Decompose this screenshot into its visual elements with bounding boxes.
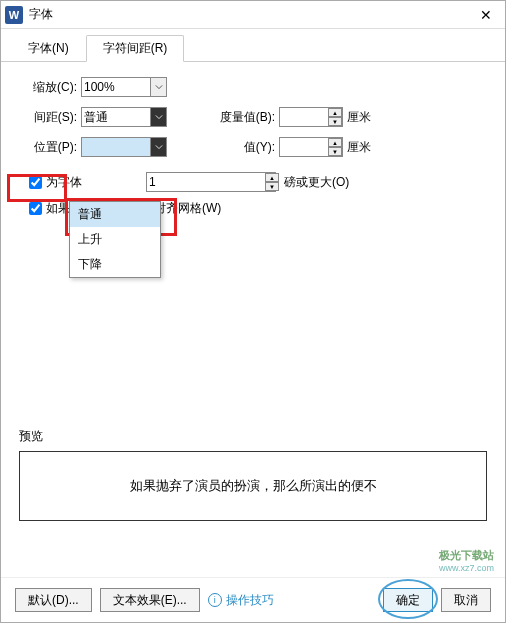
dropdown-option-raise[interactable]: 上升 bbox=[70, 227, 160, 252]
ok-button[interactable]: 确定 bbox=[383, 588, 433, 612]
position-dropdown: 普通 上升 下降 bbox=[69, 201, 161, 278]
footer: 默认(D)... 文本效果(E)... i 操作技巧 确定 取消 bbox=[1, 577, 505, 622]
text-effects-button[interactable]: 文本效果(E)... bbox=[100, 588, 200, 612]
spinner-buttons[interactable]: ▲▼ bbox=[265, 173, 279, 191]
content-area: 缩放(C): 间距(S): 度量值(B): ▲▼ 厘米 bbox=[1, 62, 505, 577]
dialog-title: 字体 bbox=[29, 6, 471, 23]
info-icon: i bbox=[208, 593, 222, 607]
position-combo[interactable] bbox=[81, 137, 167, 157]
kerning-check-row: 为字体 ▲▼ 磅或更大(O) bbox=[29, 172, 487, 192]
tab-font[interactable]: 字体(N) bbox=[11, 35, 86, 61]
kerning-check-label: 为字体 bbox=[46, 174, 82, 191]
position-label: 位置(P): bbox=[19, 139, 77, 156]
scale-combo[interactable] bbox=[81, 77, 167, 97]
tab-spacing[interactable]: 字符间距(R) bbox=[86, 35, 185, 62]
app-icon: W bbox=[5, 6, 23, 24]
snap-checkbox[interactable] bbox=[29, 202, 42, 215]
unit-cm: 厘米 bbox=[347, 109, 371, 126]
points-label: 磅或更大(O) bbox=[284, 174, 349, 191]
spacing-label: 间距(S): bbox=[19, 109, 77, 126]
dropdown-option-normal[interactable]: 普通 bbox=[70, 202, 160, 227]
preview-label: 预览 bbox=[19, 428, 487, 445]
close-button[interactable]: ✕ bbox=[471, 7, 501, 23]
measure-label: 度量值(B): bbox=[207, 109, 275, 126]
tips-link[interactable]: i 操作技巧 bbox=[208, 592, 274, 609]
cancel-button[interactable]: 取消 bbox=[441, 588, 491, 612]
scale-label: 缩放(C): bbox=[19, 79, 77, 96]
spinner-buttons[interactable]: ▲▼ bbox=[328, 108, 342, 126]
preview-text: 如果抛弃了演员的扮演，那么所演出的便不 bbox=[130, 477, 377, 495]
default-button[interactable]: 默认(D)... bbox=[15, 588, 92, 612]
dropdown-option-lower[interactable]: 下降 bbox=[70, 252, 160, 277]
titlebar: W 字体 ✕ bbox=[1, 1, 505, 29]
unit-cm2: 厘米 bbox=[347, 139, 371, 156]
tab-bar: 字体(N) 字符间距(R) bbox=[1, 29, 505, 62]
kerning-checkbox[interactable] bbox=[29, 176, 42, 189]
kerning-input[interactable] bbox=[146, 172, 276, 192]
preview-box: 如果抛弃了演员的扮演，那么所演出的便不 bbox=[19, 451, 487, 521]
tips-text: 操作技巧 bbox=[226, 592, 274, 609]
spacing-combo[interactable] bbox=[81, 107, 167, 127]
spinner-buttons[interactable]: ▲▼ bbox=[328, 138, 342, 156]
value-label: 值(Y): bbox=[207, 139, 275, 156]
